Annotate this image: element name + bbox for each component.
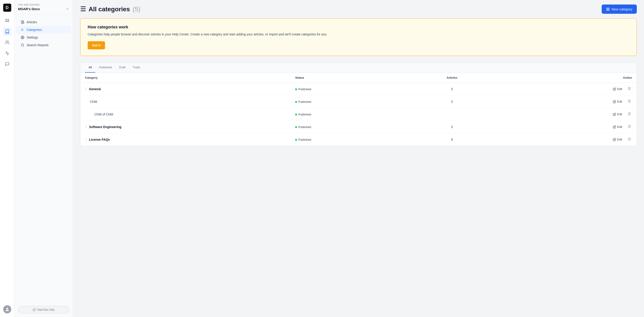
categories-label: Categories [26, 28, 42, 32]
search-reports-label: Search Reports [26, 43, 48, 47]
svg-rect-8 [608, 8, 610, 9]
sidebar-icon-knowledge[interactable] [3, 27, 12, 36]
col-category: Category [80, 73, 291, 83]
edit-button[interactable]: Edit [611, 137, 624, 142]
visit-doc-site-button[interactable]: Visit Doc Site [18, 306, 69, 313]
status-text: Published [298, 138, 311, 141]
edit-button[interactable]: Edit [611, 124, 624, 129]
delete-button[interactable] [627, 99, 632, 105]
sidebar-item-search-reports[interactable]: Search Reports [16, 41, 71, 49]
edit-icon [613, 88, 616, 91]
got-it-button[interactable]: Got it [88, 41, 105, 49]
main-body: How categories work Categories help peop… [73, 18, 644, 153]
workspace-label: YOU ARE EDITING [18, 4, 69, 6]
status-text: Published [298, 113, 311, 116]
sidebar-icon-activity[interactable] [3, 49, 12, 58]
delete-button[interactable] [627, 136, 632, 143]
action-cell: Edit [498, 108, 636, 121]
user-avatar[interactable] [3, 305, 11, 313]
edit-button[interactable]: Edit [611, 99, 624, 104]
trash-icon [628, 87, 631, 90]
action-cell: Edit [498, 95, 636, 108]
sidebar-item-categories[interactable]: Categories [16, 26, 71, 34]
svg-rect-9 [608, 10, 610, 11]
category-cell: ⠿Software Engineering [80, 121, 291, 133]
info-box-description: Categories help people browse and discov… [88, 32, 629, 37]
delete-button[interactable] [627, 86, 632, 92]
status-badge: Published [295, 138, 311, 141]
status-badge: Published [295, 113, 311, 116]
app-logo: D [3, 4, 11, 12]
articles-cell: 0 [406, 95, 498, 108]
status-dot [295, 101, 297, 103]
col-articles: Articles [406, 73, 498, 83]
articles-cell: 0 [406, 83, 498, 95]
settings-icon [21, 36, 24, 39]
delete-button[interactable] [627, 124, 632, 130]
tab-published[interactable]: Published [95, 63, 115, 73]
drag-handle[interactable]: ⠿ [85, 125, 87, 129]
page-title-group: ☰ All categories (5) [80, 6, 140, 13]
info-box: How categories work Categories help peop… [80, 18, 637, 56]
menu-icon[interactable]: ☰ [80, 6, 86, 13]
edit-icon [613, 113, 616, 116]
status-badge: Published [295, 88, 311, 91]
page-header: ☰ All categories (5) New category [73, 0, 644, 18]
table-row: ⠿License FAQs Published 8 Edit [80, 133, 636, 146]
sidebar-icon-users[interactable] [3, 38, 12, 47]
external-link-icon [33, 308, 36, 311]
sidebar-item-settings[interactable]: Settings [16, 34, 71, 41]
trash-icon [628, 112, 631, 116]
status-cell: Published [291, 83, 406, 95]
edit-icon [613, 100, 616, 103]
sidebar-item-articles[interactable]: Articles [16, 18, 71, 26]
tab-trash[interactable]: Trash [129, 63, 144, 73]
workspace-name-dropdown[interactable]: MSAR's Docs [18, 7, 69, 11]
status-badge: Published [295, 100, 311, 104]
status-cell: Published [291, 133, 406, 146]
action-cell: Edit [498, 133, 636, 146]
workspace-header: YOU ARE EDITING MSAR's Docs [14, 4, 73, 15]
new-category-button[interactable]: New category [602, 5, 637, 14]
svg-line-5 [23, 46, 24, 47]
delete-button[interactable] [627, 111, 632, 117]
search-icon [21, 43, 24, 47]
tab-draft[interactable]: Draft [116, 63, 129, 73]
visit-doc-site-label: Visit Doc Site [37, 308, 54, 311]
status-text: Published [298, 88, 311, 91]
chevron-down-icon [66, 7, 69, 11]
articles-label: Articles [26, 20, 37, 24]
tab-all[interactable]: All [85, 63, 95, 73]
category-cell: ⠿General [80, 83, 291, 95]
status-cell: Published [291, 95, 406, 108]
col-status: Status [291, 73, 406, 83]
table-tabs: All Published Draft Trash [80, 63, 636, 73]
categories-table: Category Status Articles Action ⠿General… [80, 73, 636, 146]
trash-icon [628, 99, 631, 103]
articles-cell: 8 [406, 133, 498, 146]
trash-icon [628, 137, 631, 141]
svg-line-6 [34, 308, 36, 310]
edit-button[interactable]: Edit [611, 86, 624, 92]
trash-icon [628, 125, 631, 128]
sidebar-icon-inbox[interactable] [3, 16, 12, 25]
categories-icon [21, 28, 24, 32]
edit-button[interactable]: Edit [611, 112, 624, 117]
drag-handle[interactable]: ⠿ [85, 138, 87, 141]
category-cell: ⠿License FAQs [80, 133, 291, 146]
svg-point-3 [22, 37, 23, 38]
svg-rect-7 [606, 8, 608, 9]
left-nav: YOU ARE EDITING MSAR's Docs Articles Cat… [14, 0, 73, 317]
edit-icon [613, 125, 616, 129]
category-name-text: Child of Child [94, 113, 113, 116]
articles-cell [406, 108, 498, 121]
status-dot [295, 114, 297, 115]
status-badge: Published [295, 125, 311, 129]
sidebar-icon-chat[interactable] [3, 60, 12, 69]
new-category-icon [606, 8, 610, 11]
drag-handle[interactable]: ⠿ [85, 87, 87, 91]
table-row: ⠿Software Engineering Published 0 Edit [80, 121, 636, 133]
status-dot [295, 139, 297, 141]
table-row: Child Published 0 Edit [80, 95, 636, 108]
icon-sidebar: D [0, 0, 14, 317]
